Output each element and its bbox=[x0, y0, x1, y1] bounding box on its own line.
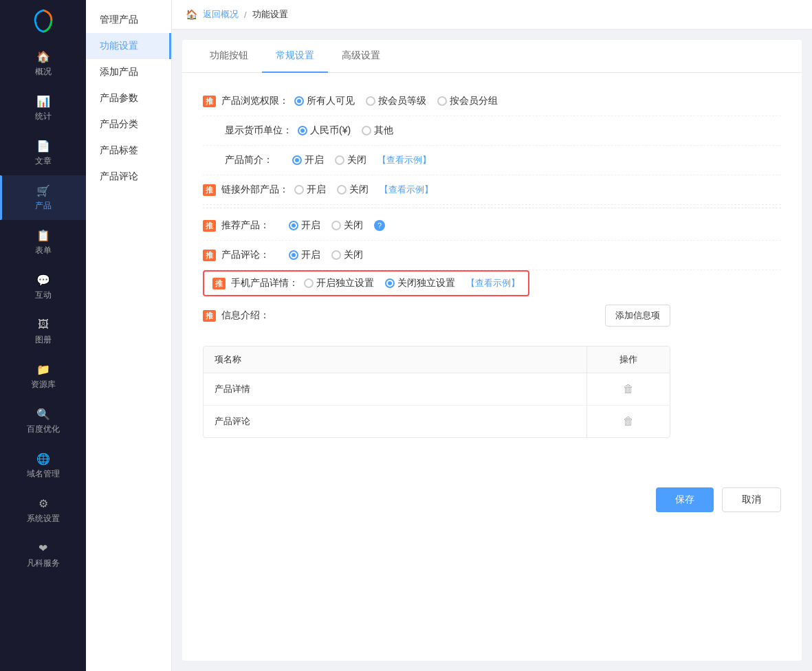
mobile-example-link[interactable]: 【查看示例】 bbox=[466, 277, 520, 289]
sidebar-item-article[interactable]: 📄 文章 bbox=[0, 131, 86, 175]
radio-link-off[interactable] bbox=[337, 185, 347, 195]
cancel-button[interactable]: 取消 bbox=[722, 487, 781, 512]
sidebar-item-product[interactable]: 🛒 产品 bbox=[0, 175, 86, 220]
currency-row: 显示货币单位： 人民币(¥) 其他 bbox=[203, 116, 781, 146]
radio-mobile-close[interactable] bbox=[385, 278, 395, 288]
currency-other-option[interactable]: 其他 bbox=[362, 124, 393, 137]
sidebar-item-fanke[interactable]: ❤ 凡科服务 bbox=[0, 533, 86, 578]
review-on-label: 开启 bbox=[301, 249, 320, 261]
recommend-help-icon[interactable]: ? bbox=[374, 220, 385, 231]
tab-general[interactable]: 常规设置 bbox=[262, 40, 328, 73]
currency-rmb-option[interactable]: 人民币(¥) bbox=[298, 124, 351, 137]
review-off-option[interactable]: 关闭 bbox=[331, 249, 363, 261]
sidebar-item-album[interactable]: 🖼 图册 bbox=[0, 309, 86, 354]
intro-on-label: 开启 bbox=[305, 154, 324, 166]
mobile-detail-tag: 推 bbox=[212, 278, 226, 289]
intro-off-label: 关闭 bbox=[347, 154, 366, 166]
intro-off-option[interactable]: 关闭 bbox=[335, 154, 366, 166]
sidebar-item-label: 互动 bbox=[35, 289, 52, 301]
tab-func-btn[interactable]: 功能按钮 bbox=[196, 40, 262, 73]
sidebar-item-system-settings[interactable]: ⚙ 系统设置 bbox=[0, 488, 86, 533]
mobile-open-standalone-option[interactable]: 开启独立设置 bbox=[304, 277, 374, 289]
recommend-on-label: 开启 bbox=[301, 219, 320, 232]
radio-member-level[interactable] bbox=[366, 96, 375, 106]
row2-delete-btn[interactable]: 🗑 bbox=[587, 406, 670, 437]
link-external-tag: 推 bbox=[203, 184, 216, 196]
browse-permission-options: 所有人可见 按会员等级 按会员分组 bbox=[294, 95, 498, 107]
recommend-off-label: 关闭 bbox=[344, 219, 363, 232]
radio-intro-off[interactable] bbox=[335, 155, 344, 165]
radio-member-group[interactable] bbox=[437, 96, 447, 106]
review-on-option[interactable]: 开启 bbox=[289, 249, 320, 261]
sub-sidebar-item-add[interactable]: 添加产品 bbox=[86, 59, 171, 85]
sidebar-item-domain[interactable]: 🌐 域名管理 bbox=[0, 443, 86, 488]
mobile-close-standalone-option[interactable]: 关闭独立设置 bbox=[385, 277, 455, 289]
recommend-off-option[interactable]: 关闭 bbox=[331, 219, 363, 232]
sub-sidebar-item-reviews[interactable]: 产品评论 bbox=[86, 164, 171, 190]
info-intro-tag: 推 bbox=[203, 310, 216, 322]
save-button[interactable]: 保存 bbox=[656, 487, 714, 512]
radio-intro-on[interactable] bbox=[292, 155, 302, 165]
intro-on-option[interactable]: 开启 bbox=[292, 154, 324, 166]
sidebar-item-overview[interactable]: 🏠 概况 bbox=[0, 41, 86, 86]
mobile-detail-row: 推 手机产品详情： 开启独立设置 关闭独立设置 【查看示例】 bbox=[203, 270, 781, 296]
browse-all-label: 所有人可见 bbox=[307, 95, 355, 107]
link-on-option[interactable]: 开启 bbox=[294, 184, 326, 196]
home-icon: 🏠 bbox=[36, 50, 50, 63]
review-off-label: 关闭 bbox=[344, 249, 363, 261]
tab-advanced[interactable]: 高级设置 bbox=[328, 40, 394, 73]
recommend-tag: 推 bbox=[203, 220, 216, 232]
browse-member-level-option[interactable]: 按会员等级 bbox=[366, 95, 426, 107]
intro-example-link[interactable]: 【查看示例】 bbox=[377, 154, 431, 166]
sidebar-item-stats[interactable]: 📊 统计 bbox=[0, 86, 86, 131]
sub-sidebar-item-params[interactable]: 产品参数 bbox=[86, 85, 171, 111]
interaction-icon: 💬 bbox=[36, 273, 50, 287]
radio-review-off[interactable] bbox=[331, 250, 341, 260]
info-intro-row: 推 信息介绍： 添加信息项 项名称 操作 产品详情 🗑 产品评论 bbox=[203, 296, 781, 446]
col-action-header: 操作 bbox=[587, 346, 670, 373]
sidebar-item-label: 百度优化 bbox=[27, 424, 60, 435]
section-divider bbox=[203, 208, 781, 208]
browse-permission-row: 推 产品浏览权限： 所有人可见 按会员等级 按会员分组 bbox=[203, 87, 781, 116]
radio-all[interactable] bbox=[294, 96, 304, 106]
radio-link-on[interactable] bbox=[294, 185, 304, 195]
resource-icon: 📁 bbox=[36, 362, 50, 376]
row1-delete-btn[interactable]: 🗑 bbox=[587, 373, 670, 405]
sub-sidebar-item-categories[interactable]: 产品分类 bbox=[86, 111, 171, 138]
sidebar-item-label: 系统设置 bbox=[27, 513, 60, 525]
browse-all-option[interactable]: 所有人可见 bbox=[294, 95, 355, 107]
mobile-detail-options: 开启独立设置 关闭独立设置 【查看示例】 bbox=[304, 277, 520, 289]
radio-rmb[interactable] bbox=[298, 126, 307, 135]
footer-buttons: 保存 取消 bbox=[182, 474, 802, 526]
currency-label: 显示货币单位： bbox=[225, 124, 292, 137]
breadcrumb-current-page: 功能设置 bbox=[252, 8, 288, 21]
sidebar-item-label: 凡科服务 bbox=[27, 558, 60, 569]
sidebar-item-baidu[interactable]: 🔍 百度优化 bbox=[0, 399, 86, 443]
sub-sidebar-item-func-settings[interactable]: 功能设置 bbox=[86, 33, 171, 59]
add-info-btn[interactable]: 添加信息项 bbox=[605, 305, 670, 327]
link-external-options: 开启 关闭 【查看示例】 bbox=[294, 184, 433, 196]
currency-rmb-label: 人民币(¥) bbox=[310, 124, 351, 137]
link-example-link[interactable]: 【查看示例】 bbox=[380, 184, 433, 196]
browse-member-group-option[interactable]: 按会员分组 bbox=[437, 95, 498, 107]
sidebar-item-interaction[interactable]: 💬 互动 bbox=[0, 265, 86, 309]
breadcrumb-back-link[interactable]: 返回概况 bbox=[203, 8, 239, 21]
radio-other[interactable] bbox=[362, 126, 371, 135]
radio-review-on[interactable] bbox=[289, 250, 298, 260]
recommend-on-option[interactable]: 开启 bbox=[289, 219, 320, 232]
product-icon: 🛒 bbox=[36, 184, 50, 197]
info-table-header: 项名称 操作 bbox=[204, 346, 670, 373]
sub-sidebar-item-manage[interactable]: 管理产品 bbox=[86, 7, 171, 33]
mobile-close-label: 关闭独立设置 bbox=[397, 277, 455, 289]
radio-mobile-open[interactable] bbox=[304, 278, 314, 288]
sidebar-item-label: 资源库 bbox=[31, 379, 56, 390]
sidebar-item-form[interactable]: 📋 表单 bbox=[0, 220, 86, 265]
sub-sidebar-item-tags[interactable]: 产品标签 bbox=[86, 138, 171, 164]
sidebar-item-resource[interactable]: 📁 资源库 bbox=[0, 354, 86, 399]
recommend-row: 推 推荐产品： 开启 关闭 ? bbox=[203, 211, 781, 241]
recommend-options: 开启 关闭 ? bbox=[289, 219, 385, 232]
article-icon: 📄 bbox=[36, 139, 50, 153]
radio-recommend-off[interactable] bbox=[331, 221, 341, 230]
radio-recommend-on[interactable] bbox=[289, 221, 298, 230]
link-off-option[interactable]: 关闭 bbox=[337, 184, 369, 196]
